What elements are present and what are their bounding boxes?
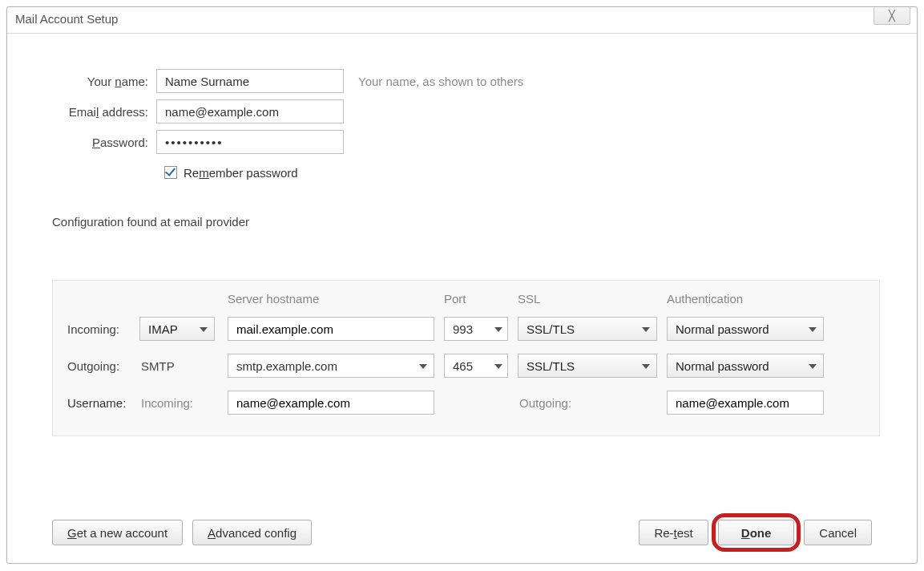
- outgoing-label: Outgoing:: [67, 359, 139, 373]
- remember-password-row: Remember password: [164, 159, 880, 186]
- incoming-port-value: 993: [453, 322, 473, 336]
- incoming-hostname-input[interactable]: [228, 317, 434, 341]
- username-outgoing-input[interactable]: [667, 391, 824, 415]
- done-button[interactable]: Done: [718, 520, 795, 545]
- server-auth-header: Authentication: [667, 292, 824, 306]
- server-header-row: Server hostname Port SSL Authentication: [67, 292, 866, 306]
- email-row: Email address:: [52, 96, 880, 127]
- server-port-header: Port: [444, 292, 518, 306]
- incoming-row: Incoming: IMAP 993 SSL/TLS: [67, 310, 866, 347]
- incoming-auth-value: Normal password: [676, 322, 769, 336]
- server-hostname-header: Server hostname: [228, 292, 444, 306]
- outgoing-auth-value: Normal password: [676, 359, 769, 373]
- username-incoming-label: Incoming:: [139, 396, 228, 410]
- outgoing-port-select[interactable]: 465: [444, 354, 508, 378]
- outgoing-port-value: 465: [453, 359, 473, 373]
- email-input[interactable]: [156, 99, 344, 124]
- username-row: Username: Incoming: Outgoing:: [67, 384, 866, 421]
- get-new-account-button[interactable]: Get a new account: [52, 520, 183, 545]
- incoming-ssl-value: SSL/TLS: [527, 322, 575, 336]
- content-area: Your name: Your name, as shown to others…: [7, 34, 917, 444]
- button-bar: Get a new account Advanced config Re-tes…: [52, 520, 872, 545]
- outgoing-protocol-text: SMTP: [139, 359, 228, 373]
- username-outgoing-label: Outgoing:: [518, 396, 667, 410]
- incoming-protocol-select[interactable]: IMAP: [139, 317, 215, 341]
- cancel-button[interactable]: Cancel: [804, 520, 872, 545]
- close-icon: ╳: [889, 10, 895, 22]
- name-label: Your name:: [52, 75, 156, 88]
- remember-password-label: Remember password: [184, 166, 298, 180]
- username-incoming-input[interactable]: [228, 391, 434, 415]
- password-input[interactable]: [156, 130, 344, 154]
- email-label: Email address:: [52, 105, 156, 119]
- server-ssl-header: SSL: [518, 292, 667, 306]
- username-label: Username:: [67, 396, 139, 410]
- mail-account-setup-dialog: Mail Account Setup ╳ Your name: Your nam…: [6, 6, 918, 564]
- outgoing-hostname-value: smtp.example.com: [236, 359, 337, 373]
- name-input[interactable]: [156, 69, 344, 93]
- incoming-ssl-select[interactable]: SSL/TLS: [518, 317, 657, 341]
- config-status-text: Configuration found at email provider: [52, 215, 880, 229]
- outgoing-auth-select[interactable]: Normal password: [667, 354, 824, 378]
- name-hint: Your name, as shown to others: [358, 75, 523, 88]
- incoming-auth-select[interactable]: Normal password: [667, 317, 824, 341]
- server-settings-panel: Server hostname Port SSL Authentication …: [52, 280, 880, 436]
- advanced-config-button[interactable]: Advanced config: [192, 520, 312, 545]
- name-row: Your name: Your name, as shown to others: [52, 66, 880, 96]
- incoming-port-select[interactable]: 993: [444, 317, 508, 341]
- done-highlight-ring: Done: [712, 513, 801, 552]
- incoming-protocol-value: IMAP: [148, 322, 178, 336]
- outgoing-row: Outgoing: SMTP smtp.example.com 465 SSL/…: [67, 347, 866, 384]
- retest-button[interactable]: Re-test: [639, 520, 708, 545]
- close-button[interactable]: ╳: [874, 7, 910, 25]
- outgoing-ssl-select[interactable]: SSL/TLS: [518, 354, 657, 378]
- password-row: Password:: [52, 127, 880, 157]
- outgoing-ssl-value: SSL/TLS: [527, 359, 575, 373]
- outgoing-hostname-select[interactable]: smtp.example.com: [228, 354, 434, 378]
- password-label: Password:: [52, 136, 156, 149]
- window-title: Mail Account Setup: [15, 12, 118, 26]
- remember-password-checkbox[interactable]: [164, 166, 177, 179]
- incoming-label: Incoming:: [67, 322, 139, 336]
- titlebar: Mail Account Setup ╳: [7, 7, 917, 30]
